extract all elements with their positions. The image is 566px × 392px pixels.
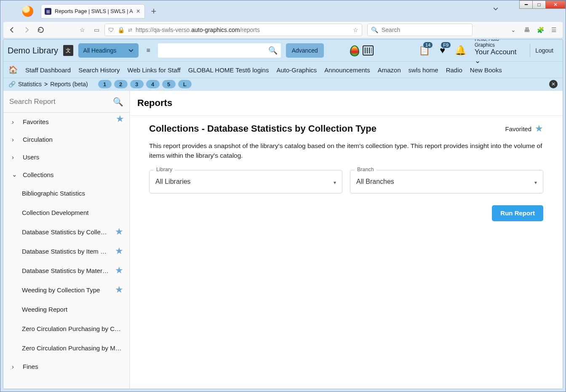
chevron-right-icon: › <box>12 363 17 370</box>
sidebar-report-label: Weeding Report <box>22 306 123 313</box>
lock-icon: 🔒 <box>117 26 125 33</box>
balloon-icon[interactable] <box>349 45 358 56</box>
calendar-icon[interactable] <box>363 45 374 56</box>
url-bookmark-icon[interactable]: ☆ <box>353 26 358 33</box>
sidebar-group-circulation[interactable]: › Circulation <box>3 130 129 148</box>
breadcrumb-reports[interactable]: Reports (beta) <box>50 81 88 87</box>
sidebar-report-item[interactable]: Database Statistics by Collection …★ <box>3 222 129 241</box>
new-tab-button[interactable]: + <box>147 5 160 18</box>
language-icon[interactable]: 文 <box>63 45 73 56</box>
nav-link[interactable]: Web Links for Staff <box>128 66 181 74</box>
sidebar-report-item[interactable]: Weeding by Collection Type★ <box>3 280 129 299</box>
sidebar-report-item[interactable]: Weeding Report <box>3 299 129 319</box>
sidebar-report-item[interactable]: Zero Circulation Purchasing by Collect… <box>3 319 129 338</box>
pager-pill[interactable]: 5 <box>162 80 176 88</box>
sidebar-report-label: Bibliographic Statistics <box>22 190 123 197</box>
favorited-toggle[interactable]: Favorited ★ <box>505 123 543 134</box>
breadcrumb-statistics[interactable]: Statistics <box>18 81 42 87</box>
favorites-heart-icon[interactable]: ♥F9 <box>436 45 449 56</box>
pocket-icon[interactable]: ⌄ <box>507 24 520 36</box>
nav-link[interactable]: Search History <box>78 66 120 74</box>
search-icon[interactable]: 🔍 <box>268 46 278 55</box>
sidebar-report-item[interactable]: Collection Development <box>3 203 129 222</box>
sidebar-group-users[interactable]: › Users <box>3 148 129 166</box>
sidebar-report-label: Collection Development <box>22 209 123 216</box>
hamburger-menu-icon[interactable]: ☰ <box>547 24 560 36</box>
sidebar-report-label: Database Statistics by Material Ty… <box>22 267 109 274</box>
window-close-button[interactable]: ✕ <box>545 0 566 9</box>
star-icon[interactable]: ★ <box>116 114 124 124</box>
extensions-icon[interactable]: 🧩 <box>534 24 547 36</box>
database-icon[interactable]: ≡ <box>144 47 153 54</box>
nav-back-button[interactable] <box>6 24 19 36</box>
sidebar-report-label: Zero Circulation Purchasing by Collect… <box>22 325 123 332</box>
library-select-value: All Libraries <box>155 178 191 185</box>
notifications-bell-icon[interactable]: 🔔 <box>454 45 467 56</box>
chevron-right-icon: › <box>12 136 17 143</box>
star-icon[interactable]: ★ <box>115 284 123 295</box>
browser-search-box[interactable]: 🔍 Search <box>367 24 473 36</box>
nav-link[interactable]: Staff Dashboard <box>25 66 71 74</box>
chevron-right-icon: › <box>12 118 17 125</box>
catalog-search-input[interactable]: 🔍 <box>158 43 281 58</box>
bookmark-star-icon[interactable]: ☆ <box>76 24 88 36</box>
branch-select[interactable]: Branch All Branches ▾ <box>350 170 543 193</box>
pager-pill[interactable]: L <box>178 80 192 88</box>
container-tab-icon[interactable]: ▭ <box>90 24 103 36</box>
page-heading: Reports <box>130 91 563 116</box>
print-icon[interactable]: 🖶 <box>521 24 533 36</box>
window-maximize-button[interactable]: □ <box>532 0 546 9</box>
url-bar[interactable]: 🛡 🔒 ⇄ https://qa-swls-verso.auto-graphic… <box>104 24 362 36</box>
nav-link[interactable]: GLOBAL HOME Test6 logins <box>188 66 269 74</box>
link-icon: 🔗 <box>8 81 16 87</box>
home-icon[interactable]: 🏠 <box>8 65 18 74</box>
tab-close-icon[interactable]: × <box>136 8 140 15</box>
headings-dropdown[interactable]: All Headings <box>78 43 139 58</box>
headings-value: All Headings <box>83 47 117 54</box>
tabs-overflow-icon[interactable] <box>493 6 498 11</box>
branch-select-value: All Branches <box>356 178 394 185</box>
window-minimize-button[interactable]: ━ <box>519 0 533 9</box>
logout-link[interactable]: Logout <box>530 44 558 57</box>
sidebar-group-favorites[interactable]: › Favorites <box>3 113 129 130</box>
nav-reload-button[interactable] <box>35 24 47 36</box>
star-icon[interactable]: ★ <box>115 246 123 257</box>
nav-link[interactable]: Amazon <box>378 66 401 74</box>
star-icon: ★ <box>535 123 543 134</box>
browser-tab[interactable]: ⊞ Reports Page | SWLS | SWLS | A × <box>41 4 145 19</box>
sidebar-label: Collections <box>23 171 123 178</box>
url-text: https://qa-swls-verso.auto-graphics.com/… <box>136 26 260 33</box>
list-icon[interactable]: 📋14 <box>418 45 431 56</box>
sidebar-group-collections[interactable]: ⌄ Collections <box>3 166 129 183</box>
star-icon[interactable]: ★ <box>115 265 123 276</box>
nav-link[interactable]: Announcements <box>324 66 370 74</box>
nav-link[interactable]: swls home <box>408 66 438 74</box>
library-select[interactable]: Library All Libraries ▾ <box>149 170 342 193</box>
report-description: This report provides a snapshot of the l… <box>149 141 543 161</box>
pager-pill[interactable]: 2 <box>114 80 128 88</box>
star-icon[interactable]: ★ <box>115 226 123 237</box>
sidebar-group-fines[interactable]: › Fines <box>3 358 129 375</box>
pager-pill[interactable]: 1 <box>98 80 112 88</box>
nav-link[interactable]: New Books <box>470 66 502 74</box>
chevron-down-icon: ⌄ <box>475 57 481 65</box>
account-label: Your Account <box>475 48 517 56</box>
close-panel-icon[interactable]: ✕ <box>549 80 558 88</box>
sidebar-report-item[interactable]: Bibliographic Statistics <box>3 183 129 203</box>
chevron-down-icon: ▾ <box>534 180 537 185</box>
nav-link[interactable]: Radio <box>446 66 462 74</box>
advanced-search-button[interactable]: Advanced <box>286 43 324 58</box>
chevron-down-icon <box>128 48 133 53</box>
sidebar-report-item[interactable]: Database Statistics by Material Ty…★ <box>3 261 129 280</box>
run-report-button[interactable]: Run Report <box>492 205 543 221</box>
search-icon[interactable]: 🔍 <box>113 97 123 107</box>
sidebar-report-item[interactable]: Database Statistics by Item Except…★ <box>3 241 129 261</box>
pager-pill[interactable]: 4 <box>146 80 160 88</box>
nav-link[interactable]: Auto-Graphics <box>276 66 317 74</box>
sidebar-report-label: Weeding by Collection Type <box>22 286 109 294</box>
pager-pill[interactable]: 3 <box>130 80 144 88</box>
account-menu[interactable]: Hello, Auto-Graphics Your Account ⌄ <box>475 39 520 65</box>
favorites-badge: F9 <box>441 42 451 48</box>
sidebar-report-item[interactable]: Zero Circulation Purchasing by Materi… <box>3 338 129 358</box>
report-search-input[interactable] <box>9 98 113 106</box>
